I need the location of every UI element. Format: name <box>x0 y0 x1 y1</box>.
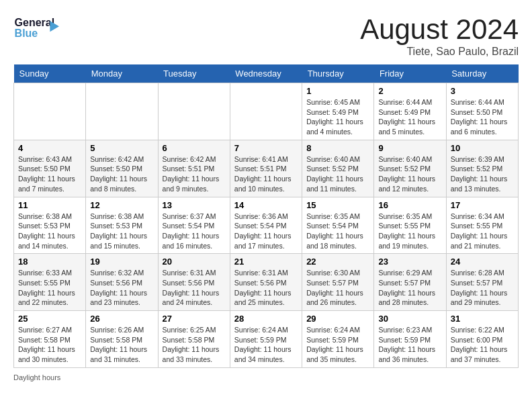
day-info: Sunrise: 6:41 AM Sunset: 5:51 PM Dayligh… <box>234 154 298 194</box>
calendar-cell: 25Sunrise: 6:27 AM Sunset: 5:58 PM Dayli… <box>14 311 86 368</box>
day-number: 27 <box>163 314 226 324</box>
calendar-cell: 22Sunrise: 6:30 AM Sunset: 5:57 PM Dayli… <box>302 254 374 311</box>
day-info: Sunrise: 6:38 AM Sunset: 5:53 PM Dayligh… <box>18 212 81 251</box>
day-number: 30 <box>378 314 441 324</box>
calendar-cell: 13Sunrise: 6:37 AM Sunset: 5:54 PM Dayli… <box>158 197 230 254</box>
day-number: 21 <box>234 257 298 267</box>
day-info: Sunrise: 6:38 AM Sunset: 5:53 PM Dayligh… <box>90 212 153 251</box>
day-number: 25 <box>18 314 81 324</box>
day-number: 20 <box>163 257 226 267</box>
day-info: Sunrise: 6:36 AM Sunset: 5:54 PM Dayligh… <box>234 212 298 251</box>
day-info: Sunrise: 6:26 AM Sunset: 5:58 PM Dayligh… <box>90 325 153 365</box>
calendar-cell <box>230 83 302 140</box>
day-info: Sunrise: 6:31 AM Sunset: 5:56 PM Dayligh… <box>163 268 226 308</box>
day-info: Sunrise: 6:45 AM Sunset: 5:49 PM Dayligh… <box>306 97 369 137</box>
day-info: Sunrise: 6:42 AM Sunset: 5:51 PM Dayligh… <box>163 154 226 194</box>
day-number: 22 <box>306 257 369 267</box>
calendar-cell: 4Sunrise: 6:43 AM Sunset: 5:50 PM Daylig… <box>14 140 86 197</box>
calendar-cell: 7Sunrise: 6:41 AM Sunset: 5:51 PM Daylig… <box>230 140 302 197</box>
location: Tiete, Sao Paulo, Brazil <box>360 46 519 58</box>
calendar-cell: 18Sunrise: 6:33 AM Sunset: 5:55 PM Dayli… <box>14 254 86 311</box>
calendar-table: SundayMondayTuesdayWednesdayThursdayFrid… <box>13 64 519 368</box>
daylight-note: Daylight hours <box>13 373 60 381</box>
calendar-cell: 19Sunrise: 6:32 AM Sunset: 5:56 PM Dayli… <box>86 254 158 311</box>
day-number: 3 <box>451 86 514 96</box>
day-number: 17 <box>451 200 514 210</box>
calendar-cell: 10Sunrise: 6:39 AM Sunset: 5:52 PM Dayli… <box>446 140 518 197</box>
day-info: Sunrise: 6:27 AM Sunset: 5:58 PM Dayligh… <box>18 325 81 365</box>
calendar-cell: 6Sunrise: 6:42 AM Sunset: 5:51 PM Daylig… <box>158 140 230 197</box>
day-number: 10 <box>451 143 514 153</box>
logo-svg: General Blue <box>13 13 67 40</box>
calendar-cell: 29Sunrise: 6:24 AM Sunset: 5:59 PM Dayli… <box>302 311 374 368</box>
calendar-cell <box>14 83 86 140</box>
calendar-cell: 14Sunrise: 6:36 AM Sunset: 5:54 PM Dayli… <box>230 197 302 254</box>
day-info: Sunrise: 6:29 AM Sunset: 5:57 PM Dayligh… <box>378 268 441 308</box>
day-number: 2 <box>378 86 441 96</box>
calendar-cell: 8Sunrise: 6:40 AM Sunset: 5:52 PM Daylig… <box>302 140 374 197</box>
day-info: Sunrise: 6:43 AM Sunset: 5:50 PM Dayligh… <box>18 154 81 194</box>
day-number: 9 <box>378 143 441 153</box>
day-number: 16 <box>378 200 441 210</box>
calendar-cell <box>158 83 230 140</box>
calendar-week-row: 4Sunrise: 6:43 AM Sunset: 5:50 PM Daylig… <box>14 140 519 197</box>
calendar-cell: 3Sunrise: 6:44 AM Sunset: 5:50 PM Daylig… <box>446 83 518 140</box>
calendar-day-header: Monday <box>86 64 158 83</box>
day-number: 8 <box>306 143 369 153</box>
day-info: Sunrise: 6:40 AM Sunset: 5:52 PM Dayligh… <box>378 154 441 194</box>
calendar-day-header: Thursday <box>302 64 374 83</box>
logo: General Blue <box>13 13 67 43</box>
day-number: 12 <box>90 200 153 210</box>
day-number: 24 <box>451 257 514 267</box>
calendar-cell: 21Sunrise: 6:31 AM Sunset: 5:56 PM Dayli… <box>230 254 302 311</box>
day-number: 4 <box>18 143 81 153</box>
day-info: Sunrise: 6:35 AM Sunset: 5:55 PM Dayligh… <box>378 212 441 251</box>
calendar-cell: 12Sunrise: 6:38 AM Sunset: 5:53 PM Dayli… <box>86 197 158 254</box>
day-number: 13 <box>163 200 226 210</box>
calendar-cell: 24Sunrise: 6:28 AM Sunset: 5:57 PM Dayli… <box>446 254 518 311</box>
day-number: 23 <box>378 257 441 267</box>
day-info: Sunrise: 6:39 AM Sunset: 5:52 PM Dayligh… <box>451 154 514 194</box>
day-number: 7 <box>234 143 298 153</box>
day-number: 15 <box>306 200 369 210</box>
calendar-cell: 16Sunrise: 6:35 AM Sunset: 5:55 PM Dayli… <box>374 197 446 254</box>
day-number: 31 <box>451 314 514 324</box>
calendar-cell: 2Sunrise: 6:44 AM Sunset: 5:49 PM Daylig… <box>374 83 446 140</box>
day-info: Sunrise: 6:30 AM Sunset: 5:57 PM Dayligh… <box>306 268 369 308</box>
day-info: Sunrise: 6:24 AM Sunset: 5:59 PM Dayligh… <box>306 325 369 365</box>
day-info: Sunrise: 6:25 AM Sunset: 5:58 PM Dayligh… <box>163 325 226 365</box>
calendar-cell: 9Sunrise: 6:40 AM Sunset: 5:52 PM Daylig… <box>374 140 446 197</box>
calendar-header-row: SundayMondayTuesdayWednesdayThursdayFrid… <box>14 64 519 83</box>
calendar-cell <box>86 83 158 140</box>
calendar-cell: 30Sunrise: 6:23 AM Sunset: 5:59 PM Dayli… <box>374 311 446 368</box>
day-number: 19 <box>90 257 153 267</box>
day-info: Sunrise: 6:31 AM Sunset: 5:56 PM Dayligh… <box>234 268 298 308</box>
calendar-cell: 11Sunrise: 6:38 AM Sunset: 5:53 PM Dayli… <box>14 197 86 254</box>
day-info: Sunrise: 6:44 AM Sunset: 5:49 PM Dayligh… <box>378 97 441 137</box>
calendar-cell: 15Sunrise: 6:35 AM Sunset: 5:54 PM Dayli… <box>302 197 374 254</box>
day-info: Sunrise: 6:34 AM Sunset: 5:55 PM Dayligh… <box>451 212 514 251</box>
day-info: Sunrise: 6:44 AM Sunset: 5:50 PM Dayligh… <box>451 97 514 137</box>
day-number: 29 <box>306 314 369 324</box>
calendar-day-header: Friday <box>374 64 446 83</box>
calendar-cell: 23Sunrise: 6:29 AM Sunset: 5:57 PM Dayli… <box>374 254 446 311</box>
day-number: 26 <box>90 314 153 324</box>
day-info: Sunrise: 6:33 AM Sunset: 5:55 PM Dayligh… <box>18 268 81 308</box>
day-number: 1 <box>306 86 369 96</box>
calendar-cell: 31Sunrise: 6:22 AM Sunset: 6:00 PM Dayli… <box>446 311 518 368</box>
calendar-cell: 28Sunrise: 6:24 AM Sunset: 5:59 PM Dayli… <box>230 311 302 368</box>
day-info: Sunrise: 6:40 AM Sunset: 5:52 PM Dayligh… <box>306 154 369 194</box>
calendar-cell: 5Sunrise: 6:42 AM Sunset: 5:50 PM Daylig… <box>86 140 158 197</box>
day-info: Sunrise: 6:24 AM Sunset: 5:59 PM Dayligh… <box>234 325 298 365</box>
day-info: Sunrise: 6:32 AM Sunset: 5:56 PM Dayligh… <box>90 268 153 308</box>
day-number: 28 <box>234 314 298 324</box>
day-number: 6 <box>163 143 226 153</box>
svg-text:General: General <box>15 17 55 28</box>
calendar-week-row: 1Sunrise: 6:45 AM Sunset: 5:49 PM Daylig… <box>14 83 519 140</box>
calendar-cell: 17Sunrise: 6:34 AM Sunset: 5:55 PM Dayli… <box>446 197 518 254</box>
calendar-day-header: Saturday <box>446 64 518 83</box>
month-title: August 2024 <box>360 13 519 46</box>
day-info: Sunrise: 6:22 AM Sunset: 6:00 PM Dayligh… <box>451 325 514 365</box>
calendar-day-header: Wednesday <box>230 64 302 83</box>
calendar-cell: 1Sunrise: 6:45 AM Sunset: 5:49 PM Daylig… <box>302 83 374 140</box>
